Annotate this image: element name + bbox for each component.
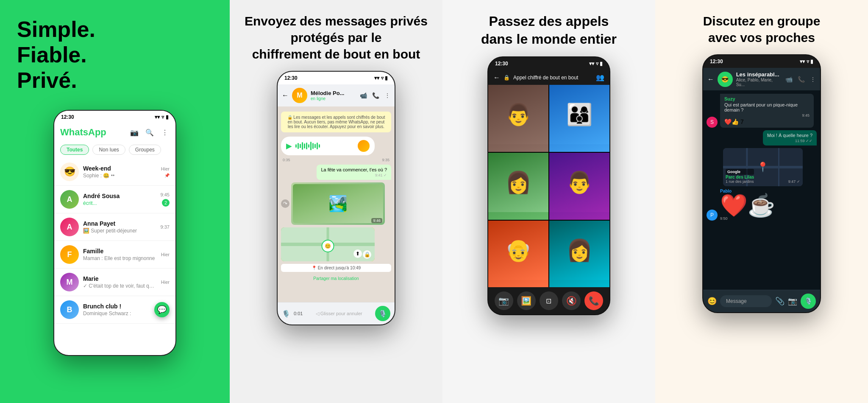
share-location-btn[interactable]: Partager ma localisation [281,274,391,283]
status-time-2: 12:30 [284,75,298,81]
screen-share-btn[interactable]: 🖼️ [517,291,536,310]
tab-non-lues[interactable]: Non lues [92,145,125,155]
attachment-icon[interactable]: 📎 [775,297,785,306]
location-label: 📍 En direct jusqu'à 10:49 [281,264,391,272]
wa-header: WhatsApp 📷 🔍 ⋮ [54,123,175,141]
avatar-famille: F [60,245,79,264]
new-chat-fab[interactable]: 💬 [154,302,170,317]
wa-app-title: WhatsApp [60,127,106,138]
status-bar-3: 12:30 ▾▾ ▿ ▮ [488,57,609,70]
group-topbar: ← 😎 Les inséparabl... Alice, Pablo, Mari… [703,68,820,90]
panel3-headline: Passez des appels dans le monde entier [481,13,617,48]
tab-groupes[interactable]: Groupes [129,145,161,155]
camera-icon[interactable]: 📷 [130,128,139,137]
phone-call-icon[interactable]: 📞 [372,92,379,99]
chat-name-marie: Marie [83,275,157,282]
phone-mockup-3: 12:30 ▾▾ ▿ ▮ ← 🔒 Appel chiffré de bout e… [487,56,610,315]
end-call-btn[interactable]: 📞 [584,291,603,310]
status-icons-3: ▾▾ ▿ ▮ [589,61,603,67]
emoji-weekend: 😎 [64,166,75,177]
voice-send-btn[interactable]: 🎙️ [375,306,390,321]
wave-bar [312,143,314,149]
panel2-bold: privés [390,14,428,28]
sent-text-content: La fête va commencer, t'es où ? [321,167,387,172]
more-options-icon[interactable]: ⋮ [160,128,170,137]
wave-bar [314,144,316,148]
wave-bar [310,142,312,150]
slide-cancel-text: ◁ Glisser pour annuler [306,311,372,316]
video-cell-5: 👴 [488,221,548,288]
chat-meta-famille: Hier [161,252,170,257]
call-topbar: ← 🔒 Appel chiffré de bout en bout 👥 [488,70,609,85]
group-name: Les inséparabl... [736,71,782,78]
suzy-reactions[interactable]: ❤️👍 7 [724,118,810,125]
call-controls: 📷 🖼️ ⊡ 🔇 📞 [488,287,609,314]
chat-time-marie: Hier [161,280,170,285]
video-icon-group[interactable]: 📹 [785,76,793,83]
chat-info-andre: André Sousa écrit... [83,193,156,206]
wa-header-icons: 📷 🔍 ⋮ [130,128,170,137]
image-msg-container: ↷ 🏞️ 9:46 [281,182,391,225]
phone-icon-group[interactable]: 📞 [798,76,805,83]
image-content: 🏞️ [293,184,383,223]
map-message: 😊 🔒 ⬆ [281,227,375,261]
battery-icon-1: ▮ [166,114,169,120]
audio-start-time: 0:35 [283,158,290,162]
chat-item-weekend[interactable]: 😎 Week-end Sophie : 🤐 •• Hier 📌 [54,158,175,186]
search-icon[interactable]: 🔍 [145,128,154,137]
map-up-arrow: ⬆ [353,249,362,258]
emoji-btn[interactable]: 😊 [707,297,717,306]
status-icons-1: ▾▾ ▿ ▮ [155,114,169,120]
camera-icon-input[interactable]: 📷 [788,297,797,306]
status-icons-2: ▾▾ ▿ ▮ [374,75,388,81]
more-icon-2[interactable]: ⋮ [384,92,390,99]
map-time: 9:47 ✓ [788,179,800,184]
panel-1: Simple. Fiable. Privé. 12:30 ▾▾ ▿ ▮ What… [0,0,230,403]
avatar-letter-brunch: B [67,305,72,314]
mic-btn-4[interactable]: 🎙️ [801,294,816,309]
back-arrow-3[interactable]: ← [493,74,500,81]
more-icon-group[interactable]: ⋮ [810,76,816,83]
play-icon[interactable]: ▶ [286,141,292,151]
wave-bar [302,142,303,150]
video-call-icon[interactable]: 📹 [360,92,367,99]
chat-item-marie[interactable]: M Marie ✓ C'était top de te voir, faut q… [54,269,175,296]
suzy-msg-text: Qui est partant pour un pique-nique dema… [724,102,810,112]
audio-avatar [358,140,370,152]
avatar-anna: A [60,218,79,236]
forward-icon[interactable]: ↷ [281,199,289,208]
tab-toutes[interactable]: Toutes [60,145,89,155]
chat-preview-brunch: Dominique Schwarz : [83,311,150,316]
chat-name-andre: André Sousa [83,193,156,199]
chat-preview-andre: écrit... [83,200,156,206]
mute-btn[interactable]: 🔇 [562,291,581,310]
message-input-4[interactable]: Message [720,295,772,307]
avatar-letter-famille: F [67,250,72,259]
audio-message[interactable]: ▶ [281,137,375,155]
chat-item-andre[interactable]: A André Sousa écrit... 9:45 2 [54,186,175,213]
p2-topbar: ← M Mélodie Po... en ligne 📹 📞 ⋮ [278,84,395,106]
chat-item-anna[interactable]: A Anna Payet 🖼️ Super petit-déjeuner 9:3… [54,213,175,241]
wave-bar [317,143,318,149]
wave-bar [298,143,299,149]
back-arrow-4[interactable]: ← [707,76,714,83]
chat-item-famille[interactable]: F Famille Maman : Elle est trop mignonne… [54,241,175,269]
status-bar-1: 12:30 ▾▾ ▿ ▮ [54,111,175,123]
suzy-msg: Suzy Qui est partant pour un pique-nique… [720,94,814,128]
encryption-notice[interactable]: 🔒 Les messages et les appels sont chiffr… [281,112,391,132]
map-location-name: Google [726,169,754,175]
audio-timestamps: 0:35 9:35 [281,158,391,162]
mic-red-icon[interactable]: 🎙️ [282,310,290,318]
screen-off-btn[interactable]: ⊡ [540,291,558,310]
image-message: 🏞️ 9:46 [291,182,385,225]
sent-reply-msg: Moi ! À quelle heure ? 11:59 ✓✓ [763,130,817,146]
voice-time: 0:01 [294,311,303,316]
avatar-marie: M [60,273,79,291]
video-cell-6: 👩 [549,221,609,288]
chat-time-andre: 9:45 [161,192,170,197]
camera-toggle-btn[interactable]: 📷 [495,291,513,310]
add-participant-icon[interactable]: 👥 [596,73,604,81]
back-arrow-2[interactable]: ← [282,92,289,99]
suzy-avatar: S [707,117,718,128]
chat-item-brunch[interactable]: B Brunch club ! Dominique Schwarz : 💬 [54,296,175,324]
